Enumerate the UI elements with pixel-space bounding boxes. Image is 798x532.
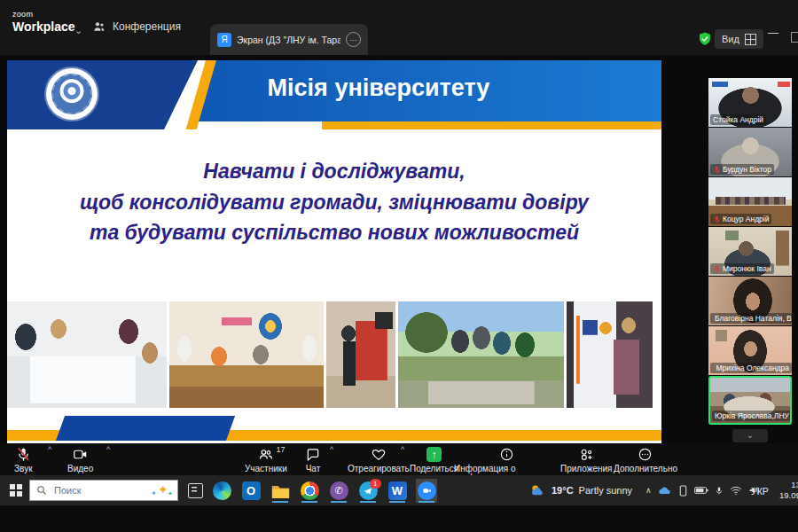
chrome-icon	[301, 481, 319, 500]
sparkle-blue: ✦	[151, 489, 157, 497]
participant-tile[interactable]: Стойка Андрій	[708, 78, 792, 127]
participant-name: Бурдун Віктор	[723, 165, 771, 174]
taskbar-weather[interactable]: 19°C Partly sunny	[528, 480, 632, 501]
video-options-chevron[interactable]: ^	[106, 445, 110, 454]
tab-options-icon[interactable]: …	[346, 32, 361, 47]
slide-title: Місія університету	[149, 74, 608, 102]
conference-label: Конференция	[113, 20, 181, 33]
mission-statement: Навчати і досліджувати, щоб консолідуват…	[16, 156, 653, 248]
university-emblem	[46, 68, 98, 120]
logo-text-workplace: Workplace	[12, 20, 75, 33]
react-label: Отреагировать	[348, 465, 410, 473]
participant-name: Юрків Ярослава,ЛНУ іме...	[715, 411, 792, 420]
share-screen-icon: ↑	[426, 447, 442, 462]
taskbar-clock[interactable]: 13:30 19.09.20	[777, 480, 798, 502]
edge-app-icon[interactable]	[211, 479, 232, 503]
word-app-icon[interactable]: W	[387, 479, 408, 503]
wifi-icon[interactable]	[730, 486, 742, 496]
view-button[interactable]: Вид	[715, 29, 763, 49]
window-titlebar: zoom Workplace ⌄ Конференция Я Экран (ДЗ…	[0, 0, 798, 55]
apps-icon	[579, 447, 594, 462]
participant-tile[interactable]: Миронюк Іван	[708, 227, 792, 276]
start-button[interactable]	[7, 481, 25, 499]
tray-expand-icon[interactable]: ∧	[645, 486, 652, 495]
chrome-app-icon[interactable]	[299, 479, 320, 503]
outlook-icon: O	[242, 481, 261, 500]
more-ellipsis-icon	[638, 447, 653, 462]
meeting-toolbar: Звук ^ Видео ^ 17 Участники	[0, 443, 798, 475]
mic-muted-icon	[16, 447, 31, 462]
task-view-button[interactable]	[188, 483, 203, 498]
onedrive-icon[interactable]	[658, 485, 672, 496]
tab-shared-screen[interactable]: Я Экран (ДЗ "ЛНУ ім. Тараса Шев …	[210, 24, 368, 55]
chat-options-chevron[interactable]: ^	[330, 445, 333, 454]
participant-name: Коцур Андрій	[723, 215, 769, 223]
participant-tile[interactable]: Благовірна Наталія, В...	[708, 277, 792, 325]
participants-label: Участники	[245, 465, 287, 473]
workspace-chevron-icon[interactable]: ⌄	[74, 25, 82, 36]
maximize-button[interactable]	[791, 32, 798, 43]
meeting-content-area: Місія університету Навчати і досліджуват…	[0, 55, 798, 443]
participant-name-bar: Стойка Андрій	[710, 114, 766, 125]
audio-label: Звук	[14, 465, 33, 473]
audio-options-chevron[interactable]: ^	[48, 445, 51, 454]
participant-tile[interactable]: Коцур Андрій	[708, 177, 792, 226]
participant-name: Благовірна Наталія, В...	[715, 314, 792, 323]
participant-name: Мрихіна Олександра	[716, 364, 789, 372]
taskbar-app-icons: O ✆ 1 W	[211, 479, 437, 503]
zoom-app-icon[interactable]	[416, 479, 437, 503]
participant-tile-active-speaker[interactable]: Юрків Ярослава,ЛНУ іме...	[708, 376, 792, 425]
tab-owner-badge: Я	[217, 33, 231, 47]
mission-line-3: та будувати суспільство нових можливосте…	[16, 217, 653, 248]
system-tray: ∧	[645, 481, 760, 500]
search-highlights-icon[interactable]: ✦ ✦ ✦	[151, 482, 176, 498]
notification-badge: 1	[370, 479, 381, 489]
minimize-button[interactable]: —	[768, 27, 778, 39]
battery-icon[interactable]	[694, 486, 708, 495]
zoom-icon	[418, 481, 436, 500]
mic-muted-icon	[713, 265, 721, 273]
scroll-participants-button[interactable]: ⌄	[732, 429, 768, 442]
participant-name-bar: Миронюк Іван	[710, 263, 774, 274]
audio-button[interactable]: Звук	[14, 447, 33, 473]
viber-app-icon[interactable]: ✆	[328, 479, 349, 503]
participants-button[interactable]: 17 Участники	[245, 447, 287, 473]
telegram-app-icon[interactable]: 1	[357, 479, 379, 503]
apps-button[interactable]: Приложения	[560, 447, 613, 473]
weather-desc: Partly sunny	[579, 485, 633, 496]
zoom-workplace-logo: zoom Workplace	[12, 11, 75, 33]
share-button[interactable]: ↑ Поделиться	[410, 447, 458, 473]
mic-muted-icon	[713, 166, 721, 174]
video-button[interactable]: Видео	[67, 447, 93, 473]
view-label: Вид	[722, 34, 739, 44]
participants-strip: Стойка Андрій Бурдун Віктор Коцур Андрій	[708, 78, 792, 426]
clock-date: 19.09.20	[777, 490, 798, 501]
react-options-chevron[interactable]: ^	[401, 445, 404, 454]
outlook-app-icon[interactable]: O	[240, 479, 262, 503]
mic-muted-icon	[713, 364, 714, 372]
shared-screen-slide: Місія університету Навчати і досліджуват…	[7, 60, 661, 443]
info-icon	[499, 447, 514, 462]
partly-sunny-icon	[528, 482, 546, 498]
more-button[interactable]: Дополнительно	[614, 447, 677, 473]
slide-footer-blue-parallelogram	[56, 416, 235, 441]
tray-mic-icon[interactable]	[715, 485, 724, 497]
security-shield-icon[interactable]	[697, 31, 713, 51]
nav-conference[interactable]: Конференция	[92, 20, 181, 34]
people-icon	[92, 20, 106, 34]
language-indicator[interactable]: УКР	[751, 486, 769, 497]
photo-project-presentation	[567, 301, 653, 408]
file-explorer-app-icon[interactable]	[270, 479, 291, 503]
running-indicator	[272, 501, 288, 504]
weather-temp: 19°C	[552, 485, 574, 496]
running-indicator	[301, 501, 317, 504]
apps-label: Приложения	[560, 465, 613, 473]
running-indicator	[360, 501, 376, 504]
chat-button[interactable]: Чат	[305, 447, 321, 473]
participant-tile[interactable]: Мрихіна Олександра	[708, 326, 792, 375]
folder-icon	[271, 483, 290, 499]
participant-tile[interactable]: Бурдун Віктор	[708, 128, 792, 176]
phone-link-icon[interactable]	[678, 485, 688, 497]
video-camera-icon	[422, 486, 432, 496]
slide-header-yellow-underline	[322, 121, 661, 129]
